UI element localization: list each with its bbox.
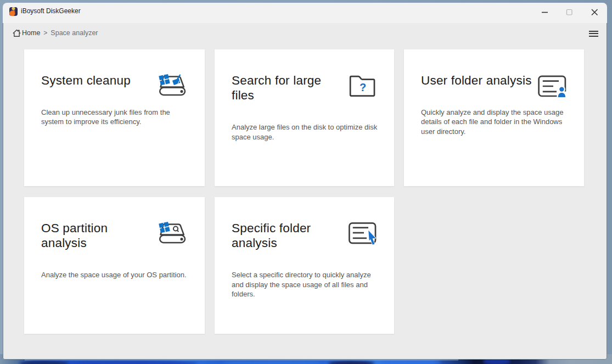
svg-text:?: ? xyxy=(360,81,366,93)
